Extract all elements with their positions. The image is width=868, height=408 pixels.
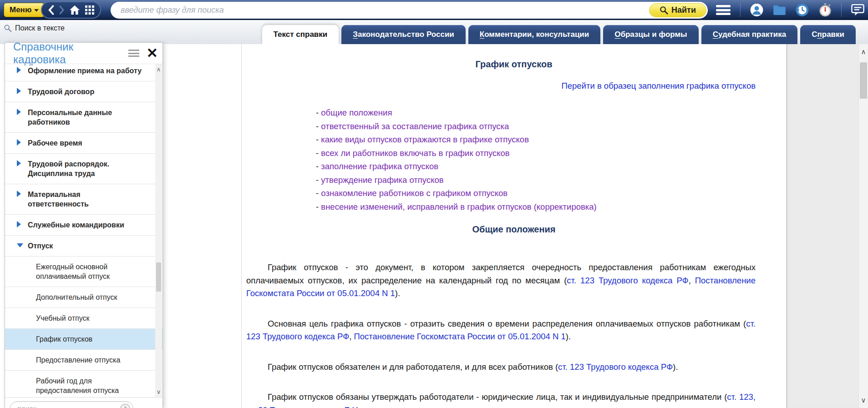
toc-row: - всех ли работников включать в график о… <box>316 146 786 160</box>
search-icon <box>660 6 668 15</box>
document-tabs: Текст справки Законодательство России Ко… <box>262 25 856 44</box>
expand-right-icon <box>17 160 21 166</box>
history-icon[interactable] <box>796 4 809 17</box>
expand-right-icon <box>17 139 21 146</box>
sidebar-item-rabochee-vremya[interactable]: Рабочее время <box>5 133 162 154</box>
toc-link[interactable]: какие виды отпусков отражаются в графике… <box>321 135 529 144</box>
sidebar-item-oformlenie-priema[interactable]: Оформление приема на работу <box>5 64 162 81</box>
user-icon[interactable] <box>750 4 763 17</box>
toc-link[interactable]: ознакомление работников с графиком отпус… <box>321 188 508 198</box>
feedback-icon[interactable] <box>851 4 864 17</box>
back-icon[interactable] <box>48 5 54 15</box>
doc-link[interactable]: ст. 123 Трудового кодекса РФ <box>558 362 673 372</box>
toc-link[interactable]: заполнение графика отпусков <box>321 161 438 171</box>
global-search-bar: Найти <box>111 2 708 19</box>
tab-zakonodatelstvo-rossii[interactable]: Законодательство России <box>341 25 465 44</box>
global-search-input[interactable] <box>111 5 649 15</box>
home-icon[interactable] <box>69 5 80 15</box>
scrollbar-thumb[interactable] <box>156 262 161 292</box>
sidebar-scrollbar[interactable]: ∧ ∨ <box>155 64 162 397</box>
sidebar-item-personalnye-dannye[interactable]: Персональные данные работников <box>5 102 162 133</box>
close-icon[interactable]: ✕ <box>147 47 158 59</box>
find-button-label: Найти <box>671 5 696 15</box>
sidebar-item-materialnaya-otvetstvennost[interactable]: Материальная ответственность <box>5 184 162 215</box>
sidebar-item-ezhegodnyj-otpusk[interactable]: Ежегодный основной оплачиваемый отпуск <box>5 257 162 287</box>
tab-tekst-spravki[interactable]: Текст справки <box>262 25 339 44</box>
sample-fill-link[interactable]: Перейти в образец заполнения графика отп… <box>561 81 756 91</box>
sidebar-item-trudovoj-rasporyadok[interactable]: Трудовой распорядок. Дисциплина труда <box>5 154 162 184</box>
tab-spravki[interactable]: Справки <box>800 25 856 44</box>
tab-obrazcy-i-formy[interactable]: Образцы и формы <box>603 25 698 44</box>
toc-link[interactable]: всех ли работников включать в график отп… <box>321 148 509 158</box>
forward-icon[interactable] <box>59 5 65 15</box>
sidebar-item-dopolnitelnyj-otpusk[interactable]: Дополнительный отпуск <box>5 287 162 308</box>
find-button[interactable]: Найти <box>649 3 706 17</box>
sidebar-item-uchebnyj-otpusk[interactable]: Учебный отпуск <box>5 308 162 329</box>
doc-paragraph: График отпусков обязаны утверждать работ… <box>246 391 756 408</box>
document-title: График отпусков <box>242 59 786 70</box>
sidebar-search-input[interactable] <box>17 405 120 408</box>
section-heading: Общие положения <box>242 224 786 235</box>
doc-text: ). <box>566 332 571 341</box>
tab-kommentarii-konsultacii[interactable]: Комментарии, консультации <box>468 25 600 44</box>
doc-text: График отпусков обязателен и для работод… <box>268 362 558 372</box>
menu-button[interactable]: Меню <box>4 3 45 17</box>
search-in-text-button[interactable]: Поиск в тексте <box>4 24 65 32</box>
sidebar-item-sluzhebnye-komandirovki[interactable]: Служебные командировки <box>5 215 162 236</box>
navigation-pill <box>41 1 101 19</box>
toolbar-divider <box>841 3 842 17</box>
folder-icon[interactable] <box>773 4 786 17</box>
toc-row: - общие положения <box>316 106 786 120</box>
doc-paragraph: График отпусков обязателен и для работод… <box>246 361 756 374</box>
toc-row: - ответственный за составление графика о… <box>316 120 786 133</box>
scroll-up-icon[interactable]: ∧ <box>155 66 162 73</box>
sidebar-footer <box>5 397 162 408</box>
chevron-down-icon <box>34 9 39 12</box>
toolbar-right-icons <box>716 0 864 20</box>
tab-sudebnaya-praktika[interactable]: Судебная практика <box>701 25 798 44</box>
doc-text: ). <box>356 405 361 408</box>
top-toolbar: Меню Найти <box>0 0 868 20</box>
toc-link[interactable]: ответственный за составление графика отп… <box>321 121 509 131</box>
expand-right-icon <box>17 67 21 73</box>
menu-list-icon[interactable] <box>716 5 731 15</box>
doc-text: ). <box>395 288 400 298</box>
document-scrollbar[interactable]: ∧ ∨ <box>858 44 868 408</box>
toc-row: - какие виды отпусков отражаются в графи… <box>316 133 786 146</box>
scroll-down-icon[interactable]: ∨ <box>859 393 868 407</box>
sidebar-item-predostavlenie-otpuska[interactable]: Предоставление отпуска <box>5 350 162 371</box>
document-right-gutter <box>786 44 858 408</box>
doc-paragraph: Основная цель графика отпусков - отразит… <box>246 317 756 343</box>
sidebar-header: Справочник кадровика ✕ <box>5 43 162 64</box>
sidebar-menu-icon[interactable] <box>128 50 139 57</box>
document-toc: - общие положения - ответственный за сос… <box>316 106 786 213</box>
expand-down-icon <box>17 243 23 247</box>
menu-button-label: Меню <box>10 5 31 15</box>
search-go-icon[interactable] <box>120 403 131 408</box>
sidebar-title: Справочник кадровика <box>13 42 128 66</box>
search-icon <box>4 24 12 32</box>
sidebar-item-grafik-otpuskov[interactable]: График отпусков <box>5 329 162 350</box>
toolbar-divider <box>740 3 741 17</box>
doc-text: , <box>349 332 354 341</box>
toc-link[interactable]: внесение изменений, исправлений в график… <box>321 202 596 212</box>
scrollbar-thumb[interactable] <box>860 62 867 99</box>
sidebar-item-trudovoj-dogovor[interactable]: Трудовой договор <box>5 81 162 102</box>
toc-link[interactable]: общие положения <box>321 108 392 117</box>
sidebar-item-rabochij-god[interactable]: Рабочий год для предоставления отпуска <box>5 371 162 397</box>
doc-text: , <box>689 276 695 285</box>
expand-right-icon <box>17 221 21 227</box>
scroll-down-icon[interactable]: ∨ <box>155 388 162 395</box>
sidebar-item-otpusk[interactable]: Отпуск <box>5 236 162 257</box>
scroll-up-icon[interactable]: ∧ <box>859 45 868 59</box>
doc-link[interactable]: ст. 123 Трудового кодекса РФ <box>567 276 688 285</box>
doc-text: Основная цель графика отпусков - отразит… <box>268 319 746 328</box>
sidebar-panel: Справочник кадровика ✕ Оформление приема… <box>5 42 163 408</box>
doc-text: График отпусков обязаны утверждать работ… <box>268 392 727 402</box>
document-page: График отпусков Перейти в образец заполн… <box>241 44 786 408</box>
timer-icon[interactable] <box>818 4 832 17</box>
search-in-text-label: Поиск в тексте <box>15 24 65 32</box>
apps-grid-icon[interactable] <box>85 5 94 15</box>
toc-link[interactable]: утверждение графика отпусков <box>321 175 443 185</box>
doc-link[interactable]: Постановление Госкомстата России от 05.0… <box>354 332 565 341</box>
